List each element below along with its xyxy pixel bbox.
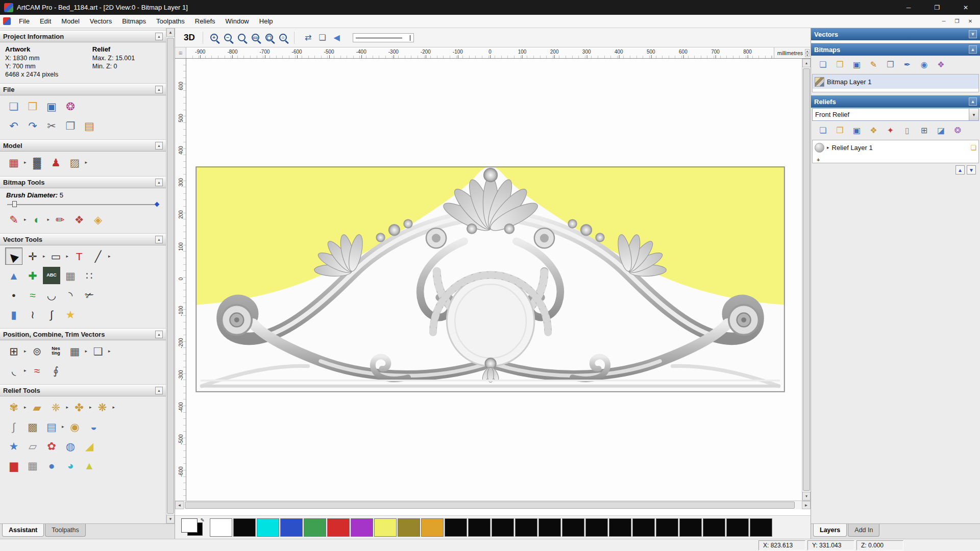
paint-selective-icon[interactable]: ◐ <box>29 211 46 228</box>
relief-select[interactable]: Front Relief ▾ <box>812 108 979 121</box>
zoom-object-icon[interactable]: ○ <box>279 34 287 41</box>
dropdown-arrow[interactable]: ▸ <box>66 405 69 410</box>
save-model-icon[interactable]: ▣ <box>43 97 60 115</box>
dropdown-arrow[interactable]: ▸ <box>108 348 111 354</box>
collapse-section-icon[interactable]: ▲ <box>155 236 163 243</box>
palette-swatch-20[interactable] <box>679 518 702 537</box>
scroll-right-icon[interactable]: ► <box>802 501 811 509</box>
palette-swatch-4[interactable] <box>304 518 326 537</box>
scroll-down-icon[interactable]: ▼ <box>166 515 175 523</box>
join-vectors-icon[interactable]: ∫ <box>43 306 60 323</box>
palette-swatch-9[interactable] <box>421 518 444 537</box>
paint-brush-icon[interactable]: ✎ <box>5 211 22 228</box>
palette-swatch-17[interactable] <box>609 518 631 537</box>
dropdown-arrow[interactable]: ▸ <box>24 217 27 222</box>
palette-swatch-12[interactable] <box>492 518 514 537</box>
relief-options-icon[interactable]: ❂ <box>951 124 965 137</box>
toggle-2d3d-icon[interactable]: ⇄ <box>302 31 315 44</box>
menu-item-bitmaps[interactable]: Bitmaps <box>117 15 151 27</box>
align-objects-icon[interactable]: ⊞ <box>5 342 22 360</box>
relief-tool-extra-5-icon[interactable]: ▲ <box>81 457 98 474</box>
set-model-size-icon[interactable]: ▦ <box>5 154 22 171</box>
tab-assistant[interactable]: Assistant <box>2 524 44 537</box>
cut-icon[interactable]: ✂ <box>43 117 60 134</box>
open-bitmap-layer-icon[interactable]: ❒ <box>833 58 847 71</box>
star-wizard-icon[interactable]: ★ <box>5 437 22 455</box>
previous-view-icon[interactable]: ◀ <box>330 31 344 44</box>
bezier-curve-icon[interactable]: ◡ <box>43 286 60 304</box>
palette-swatch-16[interactable] <box>585 518 608 537</box>
palette-swatch-14[interactable] <box>538 518 561 537</box>
palette-swatch-10[interactable] <box>445 518 467 537</box>
dropdown-arrow[interactable]: ▸ <box>108 254 111 259</box>
new-relief-layer-icon[interactable]: ❏ <box>816 124 830 137</box>
new-bitmap-layer-icon[interactable]: ❏ <box>816 58 830 71</box>
menu-item-help[interactable]: Help <box>254 15 278 27</box>
menu-item-edit[interactable]: Edit <box>35 15 56 27</box>
primary-colour[interactable] <box>181 518 198 533</box>
tab-layers[interactable]: Layers <box>813 524 847 537</box>
dropdown-arrow[interactable]: ▸ <box>24 160 27 165</box>
scrollbar-thumb[interactable] <box>167 38 174 514</box>
spiral-icon[interactable]: ∮ <box>47 362 65 379</box>
maximize-button[interactable]: ❐ <box>923 0 951 15</box>
smooth-layer-icon[interactable]: ✦ <box>884 124 897 137</box>
paste-icon[interactable]: ▤ <box>81 117 98 134</box>
palette-swatch-7[interactable] <box>374 518 397 537</box>
toggle-bitmap-icon[interactable]: ◉ <box>917 58 931 71</box>
palette-swatch-22[interactable] <box>726 518 749 537</box>
primary-colour-swatch[interactable]: ✎ <box>180 517 207 538</box>
magic-wand-icon[interactable]: ★ <box>62 306 79 323</box>
line-thickness-selector[interactable] <box>353 33 414 42</box>
palette-swatch-23[interactable] <box>750 518 772 537</box>
create-text-icon[interactable]: T <box>70 247 88 265</box>
flood-fill-icon[interactable]: ◈ <box>89 211 107 228</box>
angled-plane-icon[interactable]: ◢ <box>81 437 98 455</box>
relief-tool-extra-4-icon[interactable]: ◕ <box>62 457 79 474</box>
dropdown-arrow[interactable]: ▸ <box>85 348 88 354</box>
palette-swatch-8[interactable] <box>398 518 420 537</box>
zoom-out-icon[interactable]: − <box>224 34 232 41</box>
carve-icon[interactable]: ❋ <box>94 398 111 416</box>
bitmap-layer-row[interactable]: Bitmap Layer 1 <box>813 74 978 89</box>
scroll-left-icon[interactable]: ◄ <box>175 501 184 509</box>
ruler-unit-selector[interactable]: millimetres ▴ ▾ <box>774 47 811 58</box>
bitmap-to-vector-icon[interactable]: ✒ <box>900 58 914 71</box>
preview-page-icon[interactable]: ❏ <box>316 31 329 44</box>
dropdown-arrow[interactable]: ▸ <box>24 405 27 410</box>
paste-along-curve-icon[interactable]: ✚ <box>24 267 41 284</box>
dropdown-arrow[interactable]: ▸ <box>66 254 69 259</box>
canvas-viewport[interactable] <box>186 59 802 500</box>
dropdown-arrow[interactable]: ▸ <box>62 424 64 429</box>
reliefs-header[interactable]: Reliefs ▲ <box>811 95 980 108</box>
dropdown-arrow[interactable]: ▸ <box>24 348 27 354</box>
dropdown-arrow[interactable]: ▸ <box>113 405 115 410</box>
turn-wizard-icon[interactable]: ◉ <box>66 418 84 435</box>
relief-tool-extra-3-icon[interactable]: ● <box>43 457 60 474</box>
dropdown-arrow[interactable]: ▸ <box>43 254 45 259</box>
model-wizard-icon[interactable]: ❂ <box>62 97 79 115</box>
copy-icon[interactable]: ❐ <box>62 117 79 134</box>
menu-item-window[interactable]: Window <box>220 15 254 27</box>
tab-add-in[interactable]: Add In <box>848 524 879 537</box>
zoom-fit-icon[interactable]: ▢ <box>265 34 273 41</box>
dropdown-arrow[interactable]: ▸ <box>24 368 27 373</box>
palette-swatch-0[interactable] <box>210 518 232 537</box>
mdi-minimize-button[interactable]: ─ <box>937 16 950 27</box>
scroll-down-icon[interactable]: ▾ <box>802 492 811 500</box>
menu-item-vectors[interactable]: Vectors <box>85 15 117 27</box>
vectors-header[interactable]: Vectors ▼ <box>811 28 980 40</box>
free-spline-icon[interactable]: ≈ <box>24 286 41 304</box>
view-3d-button[interactable]: 3D <box>180 31 199 45</box>
scrollbar-track[interactable] <box>802 67 811 492</box>
collapse-icon[interactable]: ▼ <box>969 30 977 38</box>
chevron-down-icon[interactable]: ▾ <box>969 109 978 120</box>
collapse-section-icon[interactable]: ▲ <box>155 33 163 40</box>
smoothing-icon[interactable]: ▰ <box>29 398 46 416</box>
greyscale-image-icon[interactable]: ▨ <box>66 154 84 171</box>
scroll-up-icon[interactable]: ▴ <box>802 59 811 67</box>
palette-swatch-5[interactable] <box>327 518 350 537</box>
palette-swatch-1[interactable] <box>233 518 256 537</box>
move-layer-up-icon[interactable]: ▲ <box>955 165 965 174</box>
move-layer-down-icon[interactable]: ▼ <box>967 165 976 174</box>
